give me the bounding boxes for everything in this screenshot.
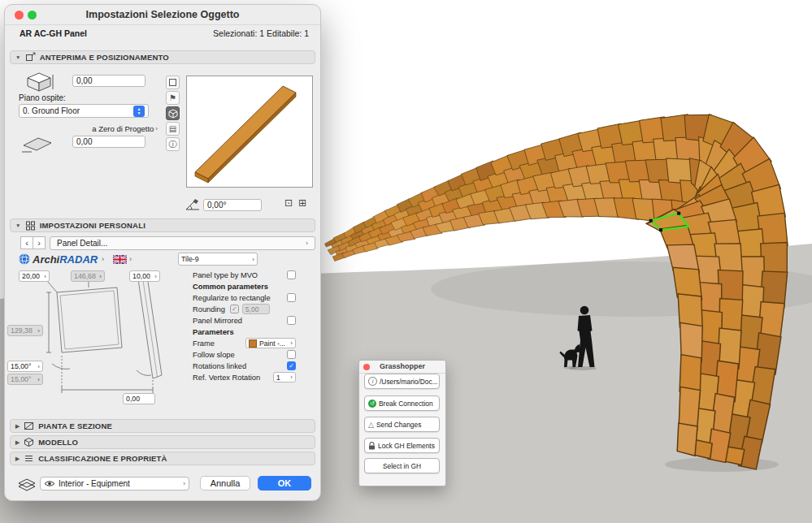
gh-path-label: /Users/mario/Doc... <box>380 378 438 386</box>
classification-list-icon <box>24 453 34 464</box>
info-icon: i <box>368 377 377 386</box>
section-preview-header[interactable]: ▼ ANTEPRIMA E POSIZIONAMENTO <box>10 50 315 64</box>
cancel-button[interactable]: Annulla <box>200 476 250 491</box>
layer-select[interactable]: Interior - Equipment › <box>40 477 189 491</box>
chevron-right-icon[interactable]: › <box>102 255 104 263</box>
grasshopper-titlebar[interactable]: Grasshopper <box>359 361 445 374</box>
cube-icon <box>168 109 178 119</box>
rounding-value-field: 5,00 <box>242 304 270 314</box>
chevron-right-icon: › <box>181 480 185 487</box>
section-classification-header[interactable]: ▶ CLASSIFICAZIONE E PROPRIETÀ <box>10 452 315 465</box>
lock-icon <box>368 442 376 450</box>
section-custom-header[interactable]: ▼ IMPOSTAZIONI PERSONALI <box>10 218 315 232</box>
top-offset-field[interactable]: 0,00 <box>72 75 145 87</box>
selection-handle[interactable] <box>649 219 653 223</box>
tile-type-select[interactable]: Tile-9 › <box>178 253 258 266</box>
disclosure-open-icon: ▼ <box>15 54 21 60</box>
break-connection-icon: ↺ <box>368 400 376 408</box>
section-title: MODELLO <box>38 438 78 447</box>
param-row-mirrored: Panel Mirrored <box>193 315 296 326</box>
selection-handle[interactable] <box>677 212 680 215</box>
gh-path-button[interactable]: i /Users/mario/Doc... <box>364 374 440 389</box>
preview-front-view-button[interactable] <box>166 76 180 89</box>
model-cube-icon <box>24 437 34 447</box>
detail-page-value: Panel Detail... <box>57 239 107 248</box>
host-story-select[interactable]: 0. Ground Floor ▲▼ <box>19 104 149 118</box>
zoom-button[interactable] <box>28 11 37 19</box>
dim-field-d: 129,38› <box>7 325 43 336</box>
follow-slope-checkbox[interactable] <box>287 350 296 359</box>
chevron-right-icon[interactable]: › <box>129 255 132 263</box>
param-row-panel-type: Panel type by MVO <box>193 270 296 280</box>
tile-type-value: Tile-9 <box>181 255 199 263</box>
param-group-common: Common parameters <box>193 281 296 292</box>
top-offset-value: 0,00 <box>76 76 92 85</box>
object-name: AR AC-GH Panel <box>20 28 87 41</box>
select-in-gh-button[interactable]: Select in GH <box>364 458 440 473</box>
dim-field-bottom[interactable]: 0,00 <box>123 393 155 404</box>
close-button[interactable] <box>363 364 370 370</box>
info-icon: ⓘ <box>169 139 177 150</box>
param-row-ref-vertex: Ref. Vertex Rotation 1 › <box>193 372 296 383</box>
param-group-parameters: Parameters <box>193 326 296 337</box>
regularize-checkbox[interactable] <box>287 293 296 302</box>
ref-vertex-field[interactable]: 1 › <box>273 372 296 383</box>
chevron-right-icon: › <box>42 273 46 280</box>
angle-field-a[interactable]: 15,00°› <box>7 361 43 372</box>
section-model-header[interactable]: ▶ MODELLO <box>10 435 315 449</box>
preview-list-view-button[interactable]: ▤ <box>166 122 180 136</box>
chevron-right-icon: › <box>36 376 40 383</box>
dim-field-a[interactable]: 20,00› <box>19 270 50 282</box>
detail-page-selector[interactable]: Panel Detail... › <box>50 236 315 250</box>
elevation-box-icon <box>24 70 56 93</box>
selection-handle[interactable] <box>659 228 662 231</box>
preview-info-button[interactable]: ⓘ <box>166 137 180 151</box>
rotation-angle-value: 0,00° <box>207 201 226 210</box>
chevron-right-icon: › <box>155 125 158 132</box>
frame-material-select[interactable]: Paint -... › <box>245 338 296 348</box>
chevron-right-icon: › <box>36 327 40 335</box>
lock-gh-elements-button[interactable]: Lock GH Elements <box>364 438 440 453</box>
host-story-label: Piano ospite: <box>19 93 66 102</box>
dialog-titlebar[interactable]: Impostazioni Selezione Oggetto <box>5 5 320 25</box>
plan-section-icon <box>24 421 34 431</box>
rotations-linked-checkbox[interactable]: ✓ <box>287 361 296 370</box>
send-changes-button[interactable]: △ Send Changes <box>364 417 440 432</box>
rotation-angle-field[interactable]: 0,00° <box>203 199 262 211</box>
section-title: CLASSIFICAZIONE E PROPRIETÀ <box>38 454 167 463</box>
rounding-checkbox[interactable]: ✓ <box>230 305 239 313</box>
archiradar-logo-text[interactable]: ArchiRADAR <box>33 253 98 266</box>
bottom-offset-value: 0,00 <box>76 137 92 146</box>
preview-3d-view-button[interactable] <box>166 106 180 120</box>
uk-flag-icon[interactable] <box>113 255 127 264</box>
spread-icon[interactable]: ⊞ <box>298 197 306 209</box>
section-plan-header[interactable]: ▶ PIANTA E SEZIONE <box>10 419 315 433</box>
break-connection-button[interactable]: ↺ Break Connection <box>364 395 440 411</box>
layer-value: Interior - Equipment <box>59 479 130 488</box>
to-project-zero-label: a Zero di Progetto <box>92 124 154 133</box>
preview-plan-view-button[interactable]: ⚑ <box>166 91 180 105</box>
send-changes-icon: △ <box>368 421 374 429</box>
chevron-right-icon: › <box>250 256 254 263</box>
disclosure-open-icon: ▼ <box>15 223 21 228</box>
grasshopper-palette: Grasshopper i /Users/mario/Doc... ↺ Brea… <box>358 360 446 486</box>
nav-back-button[interactable]: ‹ <box>20 236 33 249</box>
object-preview[interactable] <box>186 76 313 188</box>
chevron-right-icon: › <box>289 374 293 381</box>
section-title: PIANTA E SEZIONE <box>38 421 112 430</box>
object-settings-dialog: Impostazioni Selezione Oggetto AR AC-GH … <box>4 4 321 501</box>
to-project-zero-button[interactable]: a Zero di Progetto › <box>75 123 158 135</box>
bottom-offset-field[interactable]: 0,00 <box>72 136 145 148</box>
palette-title: Grasshopper <box>359 361 445 373</box>
dim-field-c[interactable]: 10,00› <box>129 270 160 282</box>
panel-type-checkbox[interactable] <box>287 270 296 279</box>
mirror-icon[interactable]: ⊡ <box>284 197 293 209</box>
close-button[interactable] <box>15 11 24 19</box>
nav-forward-button[interactable]: › <box>33 236 46 249</box>
angle-edit-icon <box>185 198 201 212</box>
layers-icon[interactable] <box>17 478 38 491</box>
ok-button[interactable]: OK <box>258 476 311 491</box>
mirrored-checkbox[interactable] <box>287 316 296 325</box>
param-row-rounding: Rounding ✓ 5,00 <box>193 304 296 314</box>
host-story-value: 0. Ground Floor <box>23 106 80 115</box>
